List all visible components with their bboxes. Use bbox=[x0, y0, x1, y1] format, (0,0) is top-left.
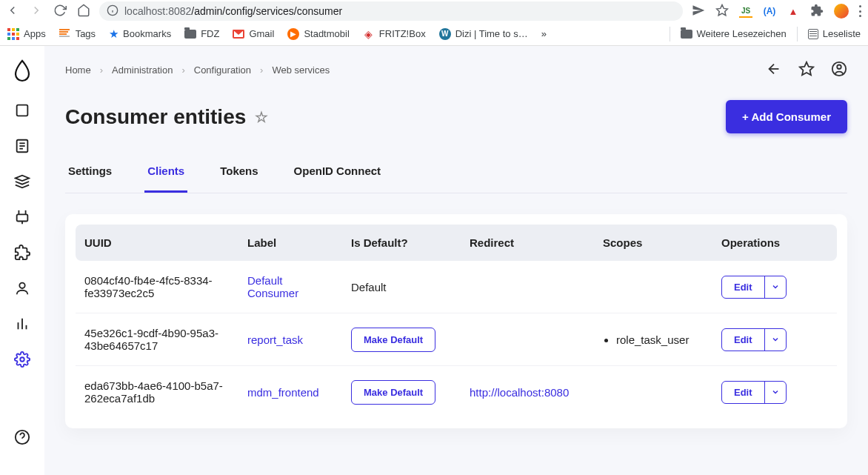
cell-label: report_task bbox=[238, 313, 342, 366]
extension-js-icon[interactable]: JS bbox=[739, 4, 752, 18]
bookmark-fritz[interactable]: ◈FRITZ!Box bbox=[363, 28, 426, 40]
bookmark-apps[interactable]: Apps bbox=[7, 28, 46, 40]
reload-button[interactable] bbox=[53, 4, 67, 19]
site-info-icon[interactable] bbox=[107, 4, 118, 19]
edit-dropbutton[interactable]: Edit bbox=[721, 328, 787, 351]
bookmark-star-icon[interactable] bbox=[715, 4, 729, 19]
bookmark-bookmarks[interactable]: ★Bookmarks bbox=[109, 27, 171, 41]
favorite-page-icon[interactable]: ☆ bbox=[255, 108, 268, 126]
svg-point-20 bbox=[837, 65, 841, 70]
cell-is-default: Make Default bbox=[342, 313, 461, 366]
tab-tokens[interactable]: Tokens bbox=[217, 156, 261, 193]
dropdown-toggle[interactable] bbox=[764, 276, 786, 298]
cell-scopes bbox=[594, 261, 712, 313]
cell-uuid: 45e326c1-9cdf-4b90-95a3-43be64657c17 bbox=[76, 313, 238, 366]
cell-operations: Edit bbox=[712, 366, 837, 419]
col-default: Is Default? bbox=[342, 225, 461, 261]
url-text: localhost:8082/admin/config/services/con… bbox=[124, 5, 342, 17]
sidebar-item-people[interactable] bbox=[14, 280, 30, 296]
edit-button-label[interactable]: Edit bbox=[722, 382, 764, 403]
consumer-label-link[interactable]: Default Consumer bbox=[247, 274, 298, 299]
user-account-button[interactable] bbox=[831, 61, 847, 79]
breadcrumb-config[interactable]: Configuration bbox=[194, 64, 251, 76]
cell-redirect bbox=[461, 261, 594, 313]
consumer-label-link[interactable]: mdm_frontend bbox=[247, 386, 319, 399]
breadcrumb-home[interactable]: Home bbox=[65, 64, 91, 76]
back-button[interactable] bbox=[6, 4, 19, 19]
cell-label: mdm_frontend bbox=[238, 366, 342, 419]
extensions-icon[interactable] bbox=[810, 4, 824, 19]
bookmark-fdz[interactable]: FDZ bbox=[184, 28, 219, 39]
dropdown-toggle[interactable] bbox=[764, 329, 786, 351]
tab-clients[interactable]: Clients bbox=[144, 156, 187, 193]
col-label: Label bbox=[238, 225, 342, 261]
redirect-link[interactable]: http://localhost:8080 bbox=[470, 386, 569, 399]
edit-dropbutton[interactable]: Edit bbox=[721, 381, 787, 404]
cell-label: Default Consumer bbox=[238, 261, 342, 313]
forward-button[interactable] bbox=[30, 4, 43, 19]
breadcrumb: Home › Administration › Configuration › … bbox=[65, 64, 330, 76]
cell-is-default: Make Default bbox=[342, 366, 461, 419]
dropdown-toggle[interactable] bbox=[764, 382, 786, 403]
address-bar[interactable]: localhost:8082/admin/config/services/con… bbox=[99, 1, 683, 21]
breadcrumb-webservices[interactable]: Web services bbox=[272, 64, 330, 76]
cell-uuid: 0804cf40-fb4e-4fc5-8334-fe33973ec2c5 bbox=[76, 261, 238, 313]
profile-avatar[interactable] bbox=[834, 4, 849, 19]
col-redirect: Redirect bbox=[461, 225, 594, 261]
bookmark-overflow[interactable]: » bbox=[541, 28, 547, 39]
admin-sidebar bbox=[0, 46, 44, 475]
consumer-label-link[interactable]: report_task bbox=[247, 333, 303, 346]
sidebar-item-modules[interactable] bbox=[14, 245, 30, 261]
extension-alert-icon[interactable]: ▲ bbox=[787, 4, 800, 18]
browser-toolbar: localhost:8082/admin/config/services/con… bbox=[0, 0, 868, 22]
bookmark-weitere[interactable]: Weitere Lesezeichen bbox=[681, 28, 787, 39]
breadcrumb-admin[interactable]: Administration bbox=[112, 64, 173, 76]
cell-operations: Edit bbox=[712, 261, 837, 313]
table-row: eda673bb-4ae6-4100-b5a7-262eca7af1dbmdm_… bbox=[76, 366, 837, 419]
bookmark-gmail[interactable]: Gmail bbox=[233, 28, 274, 39]
edit-button-label[interactable]: Edit bbox=[722, 276, 764, 298]
menu-icon[interactable] bbox=[859, 5, 862, 17]
sidebar-item-help[interactable] bbox=[14, 429, 30, 445]
tab-settings[interactable]: Settings bbox=[65, 156, 115, 193]
bookmark-tags[interactable]: Tags bbox=[59, 28, 96, 39]
cell-redirect bbox=[461, 313, 594, 366]
sidebar-item-reports[interactable] bbox=[14, 316, 30, 332]
sidebar-item-extend[interactable] bbox=[14, 209, 30, 225]
chevron-right-icon: › bbox=[181, 64, 184, 76]
col-scopes: Scopes bbox=[594, 225, 712, 261]
table-row: 45e326c1-9cdf-4b90-95a3-43be64657c17repo… bbox=[76, 313, 837, 366]
drupal-logo[interactable] bbox=[13, 59, 32, 83]
svg-rect-9 bbox=[17, 214, 28, 221]
chevron-right-icon: › bbox=[260, 64, 263, 76]
page-title: Consumer entities ☆ bbox=[65, 105, 268, 129]
bookmark-leseliste[interactable]: Leseliste bbox=[808, 28, 861, 39]
bookmark-dizi[interactable]: WDizi | Time to s… bbox=[439, 28, 528, 40]
back-arrow-button[interactable] bbox=[766, 61, 782, 79]
sidebar-item-appearance[interactable] bbox=[14, 173, 30, 190]
svg-marker-18 bbox=[800, 62, 813, 75]
extension-a-icon[interactable]: (A) bbox=[763, 4, 776, 18]
cell-is-default: Default bbox=[342, 261, 461, 313]
send-icon[interactable] bbox=[692, 4, 705, 19]
add-consumer-button[interactable]: + Add Consumer bbox=[726, 100, 847, 133]
sidebar-item-structure[interactable] bbox=[14, 138, 30, 154]
cell-operations: Edit bbox=[712, 313, 837, 366]
favorite-star-button[interactable] bbox=[798, 61, 815, 79]
make-default-button[interactable]: Make Default bbox=[351, 380, 435, 405]
bookmark-stadtmobil[interactable]: ▶Stadtmobil bbox=[287, 28, 349, 40]
tab-openid-connect[interactable]: OpenID Connect bbox=[291, 156, 384, 193]
svg-point-10 bbox=[19, 283, 24, 288]
home-button[interactable] bbox=[77, 4, 90, 19]
chevron-right-icon: › bbox=[100, 64, 103, 76]
scope-item: role_task_user bbox=[616, 333, 704, 346]
cell-redirect: http://localhost:8080 bbox=[461, 366, 594, 419]
cell-scopes bbox=[594, 366, 712, 419]
svg-marker-3 bbox=[717, 4, 728, 15]
tabs: SettingsClientsTokensOpenID Connect bbox=[65, 156, 847, 193]
sidebar-item-content[interactable] bbox=[14, 102, 30, 119]
make-default-button[interactable]: Make Default bbox=[351, 328, 435, 352]
edit-button-label[interactable]: Edit bbox=[722, 329, 764, 351]
edit-dropbutton[interactable]: Edit bbox=[721, 276, 787, 299]
sidebar-item-config[interactable] bbox=[14, 351, 30, 368]
